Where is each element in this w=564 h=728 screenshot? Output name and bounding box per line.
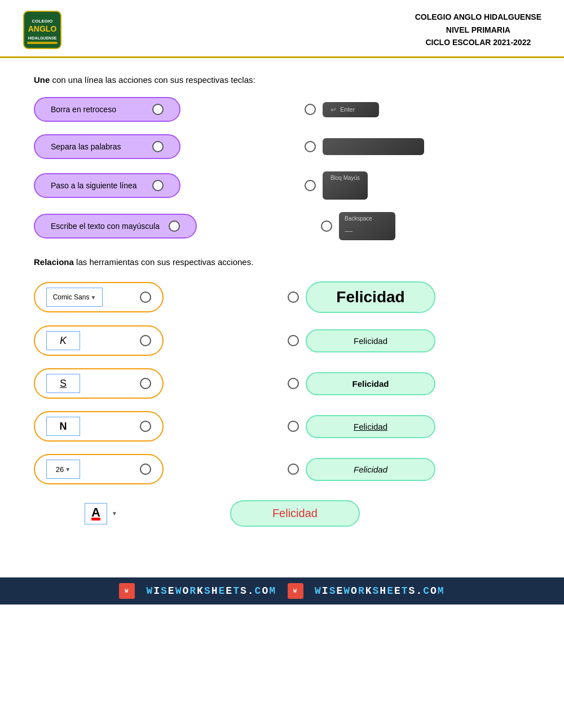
dropdown-arrow: ▼	[90, 294, 96, 301]
tool-pill-1: Comic Sans ▼	[34, 282, 164, 312]
instruction-bold: Une	[34, 75, 50, 85]
s2-dot-right-3[interactable]	[288, 378, 299, 389]
section2: Relaciona las herramientas con sus respe…	[34, 257, 530, 527]
key-space	[323, 138, 424, 155]
logo-area: COLEGIO ANGLO HIDALGUENSE	[23, 10, 62, 50]
backspace-label: Backspace	[345, 215, 372, 222]
felicidad-3: Felicidad	[323, 379, 418, 389]
action-pill-2: Separa las palabras	[34, 134, 180, 159]
main-content: Une con una línea las acciones con sus r…	[0, 58, 564, 544]
connect-dot-right-4[interactable]	[321, 220, 332, 232]
result-pill-2: Felicidad	[306, 329, 435, 352]
s2-match-row-1: Comic Sans ▼ Felicidad	[34, 281, 530, 313]
connect-dot-left-1[interactable]	[152, 104, 164, 115]
connect-dot-left-2[interactable]	[152, 141, 164, 152]
connect-dot-right-3[interactable]	[305, 180, 316, 191]
tool-pill-5: 26 ▼	[34, 454, 164, 484]
felicidad-5: Felicidad	[323, 465, 418, 474]
s2-right-1: Felicidad	[288, 281, 435, 313]
result-pill-3: Felicidad	[306, 372, 435, 395]
color-dropdown-arrow: ▼	[112, 510, 117, 517]
s2-dot-left-2[interactable]	[140, 335, 151, 346]
key-row-2	[305, 138, 429, 155]
tool-pill-2: K	[34, 325, 164, 356]
s2-dot-left-4[interactable]	[140, 421, 151, 432]
footer-logo-1: W	[119, 583, 135, 599]
section2-matches: Comic Sans ▼ Felicidad K	[34, 281, 530, 484]
underline-tool[interactable]: S	[46, 374, 80, 393]
page-footer: W WISEWORKSHEETS.COM W WISEWORKSHEETS.CO…	[0, 577, 564, 605]
result-pill-4: Felicidad	[306, 415, 435, 438]
key-row-1: ↵ Enter	[305, 102, 429, 117]
connect-dot-left-3[interactable]	[152, 180, 164, 191]
color-tool[interactable]: A	[85, 503, 107, 524]
section2-instruction-rest: las herramientas con sus respectivas acc…	[74, 257, 253, 267]
s2-dot-right-2[interactable]	[288, 335, 299, 346]
underline-s: S	[60, 378, 67, 390]
felicidad-1: Felicidad	[323, 288, 418, 306]
result-pill-color: Felicidad	[230, 500, 360, 527]
svg-text:COLEGIO: COLEGIO	[32, 19, 53, 24]
svg-rect-4	[27, 42, 58, 44]
bold-tool[interactable]: N	[46, 417, 80, 436]
s2-right-4: Felicidad	[288, 415, 435, 438]
connect-dot-right-1[interactable]	[305, 104, 316, 115]
match-row-4: Escribe el texto con mayúscula Backspace…	[34, 212, 530, 240]
font-value: Comic Sans	[53, 293, 90, 301]
s2-dot-right-4[interactable]	[288, 421, 299, 432]
color-row: A ▼ Felicidad	[34, 500, 530, 527]
action-label-4: Escribe el texto con mayúscula	[51, 222, 160, 231]
color-tool-container: A ▼	[85, 503, 117, 524]
footer-text-1: WISEWORKSHEETS.COM	[146, 585, 276, 597]
felicidad-color: Felicidad	[247, 507, 343, 520]
action-pill-3: Paso a la siguiente línea	[34, 173, 180, 198]
school-info: COLEGIO ANGLO HIDALGUENSE NIVEL PRIMARIA…	[415, 11, 541, 48]
s2-match-row-2: K Felicidad	[34, 325, 530, 356]
s2-match-row-3: S Felicidad	[34, 368, 530, 399]
s2-dot-left-5[interactable]	[140, 464, 151, 475]
connect-dot-right-2[interactable]	[305, 141, 316, 152]
school-name: COLEGIO ANGLO HIDALGUENSE	[415, 11, 541, 23]
s2-right-2: Felicidad	[288, 329, 435, 352]
key-row-3: Bloq Mayús	[305, 171, 429, 200]
connect-dot-left-4[interactable]	[169, 220, 180, 232]
school-cycle: CICLO ESCOLAR 2021-2022	[415, 36, 541, 48]
result-pill-1: Felicidad	[306, 281, 435, 313]
s2-dot-left-1[interactable]	[140, 292, 151, 303]
felicidad-4: Felicidad	[323, 422, 418, 431]
action-label-1: Borra en retroceso	[51, 105, 116, 114]
action-pill-4: Escribe el texto con mayúscula	[34, 214, 197, 239]
result-pill-5: Felicidad	[306, 458, 435, 481]
italic-tool[interactable]: K	[46, 331, 80, 350]
s2-right-3: Felicidad	[288, 372, 435, 395]
bold-n: N	[60, 421, 67, 433]
instruction-rest: con una línea las acciones con sus respe…	[50, 75, 255, 85]
section2-instruction-bold: Relaciona	[34, 257, 74, 267]
felicidad-2: Felicidad	[323, 336, 418, 346]
key-backspace: Backspace —	[339, 212, 395, 240]
match-row-3: Paso a la siguiente línea Bloq Mayús	[34, 171, 530, 200]
tool-pill-3: S	[34, 368, 164, 399]
font-selector[interactable]: Comic Sans ▼	[46, 288, 103, 307]
s2-dot-right-5[interactable]	[288, 464, 299, 475]
s2-right-5: Felicidad	[288, 458, 435, 481]
section2-instruction: Relaciona las herramientas con sus respe…	[34, 257, 530, 267]
page-header: COLEGIO ANGLO HIDALGUENSE COLEGIO ANGLO …	[0, 0, 564, 58]
key-bloq: Bloq Mayús	[323, 171, 368, 200]
key-enter-label: Enter	[340, 106, 355, 113]
s2-dot-left-3[interactable]	[140, 378, 151, 389]
s2-match-row-4: N Felicidad	[34, 411, 530, 442]
tool-pill-4: N	[34, 411, 164, 442]
size-tool[interactable]: 26 ▼	[46, 460, 80, 479]
italic-k: K	[60, 335, 67, 347]
match-row-2: Separa las palabras	[34, 134, 530, 159]
color-a-letter: A	[91, 506, 100, 520]
bloq-key-label: Bloq Mayús	[323, 171, 368, 200]
svg-text:HIDALGUENSE: HIDALGUENSE	[28, 36, 57, 40]
footer-logo-2: W	[288, 583, 303, 599]
match-row-1: Borra en retroceso ↵ Enter	[34, 97, 530, 122]
s2-dot-right-1[interactable]	[288, 292, 299, 303]
footer-text-2: WISEWORKSHEETS.COM	[315, 585, 445, 597]
s2-match-row-5: 26 ▼ Felicidad	[34, 454, 530, 484]
section1-matches: Borra en retroceso ↵ Enter Separa las pa…	[34, 97, 530, 240]
